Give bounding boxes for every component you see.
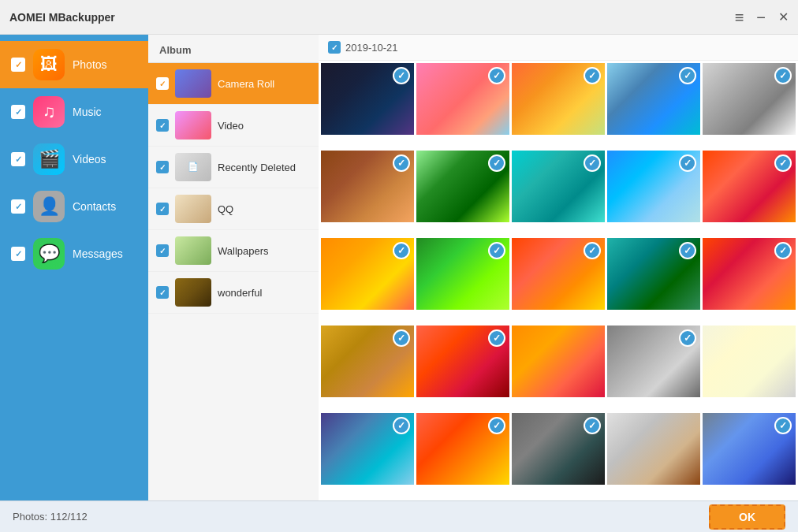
album-wallpapers[interactable]: Wallpapers — [148, 230, 319, 272]
photos-check — [11, 58, 25, 72]
photo-cell-p3[interactable] — [512, 63, 605, 135]
photo-check-p12 — [488, 242, 505, 259]
photo-cell-p1[interactable] — [321, 63, 414, 135]
music-icon: ♫ — [43, 102, 56, 122]
camera-roll-name: Camera Roll — [218, 78, 311, 90]
photo-cell-p12[interactable] — [416, 238, 509, 310]
videos-icon: 🎬 — [39, 149, 60, 169]
photo-grid-panel: 2019-10-21 — [319, 35, 798, 500]
camera-roll-check — [156, 77, 169, 90]
album-video[interactable]: Video — [148, 105, 319, 147]
minimize-icon[interactable]: − — [756, 9, 766, 25]
album-qq[interactable]: QQ — [148, 188, 319, 230]
photo-cell-p16[interactable] — [321, 326, 414, 397]
album-header: Album — [148, 35, 319, 63]
photo-cell-p9[interactable] — [607, 151, 700, 222]
camera-roll-thumb — [175, 69, 211, 98]
qq-name: QQ — [218, 203, 311, 215]
photo-cell-p15[interactable] — [703, 238, 796, 310]
ok-button[interactable]: OK — [709, 504, 785, 530]
photo-cell-p24[interactable] — [607, 413, 700, 485]
music-check — [11, 105, 25, 119]
messages-icon-wrap: 💬 — [33, 238, 65, 270]
photo-bg-p20 — [703, 326, 796, 397]
date-label: 2019-10-21 — [345, 42, 398, 54]
music-icon-wrap: ♫ — [33, 96, 65, 128]
photo-grid — [319, 61, 798, 500]
photo-bg-p18 — [512, 326, 605, 397]
qq-check — [156, 203, 169, 215]
photo-cell-p10[interactable] — [703, 151, 796, 222]
photo-check-p16 — [393, 329, 410, 347]
sidebar-item-photos[interactable]: 🖼 Photos — [0, 41, 148, 88]
photo-check-p11 — [393, 242, 410, 259]
album-camera-roll[interactable]: Camera Roll — [148, 63, 319, 105]
app-title: AOMEI MBackupper — [9, 11, 115, 24]
photos-icon: 🖼 — [40, 54, 58, 75]
photo-cell-p4[interactable] — [607, 63, 700, 135]
photo-bg-p24 — [607, 413, 700, 485]
photo-cell-p2[interactable] — [416, 63, 509, 135]
photo-cell-p5[interactable] — [703, 63, 796, 135]
contacts-icon-wrap: 👤 — [33, 191, 65, 222]
photo-check-p3 — [584, 67, 601, 84]
wallpapers-check — [156, 244, 169, 257]
photos-count: Photos: 112/112 — [13, 511, 88, 523]
photo-cell-p7[interactable] — [416, 151, 509, 222]
photo-cell-p21[interactable] — [321, 413, 414, 485]
date-check-group: 2019-10-21 — [328, 41, 398, 54]
photo-check-p9 — [679, 154, 696, 172]
photo-grid-header: 2019-10-21 — [319, 35, 798, 61]
photo-check-p19 — [679, 329, 696, 347]
close-icon[interactable]: ✕ — [778, 11, 789, 24]
videos-label: Videos — [73, 153, 106, 166]
video-name: Video — [218, 120, 311, 132]
album-wonderful[interactable]: wonderful — [148, 272, 319, 314]
video-thumb — [175, 111, 211, 140]
photo-cell-p13[interactable] — [512, 238, 605, 310]
music-label: Music — [73, 106, 102, 118]
title-bar-controls: ≡ − ✕ — [735, 9, 789, 25]
photo-cell-p8[interactable] — [512, 151, 605, 222]
sidebar-item-music[interactable]: ♫ Music — [0, 88, 148, 136]
contacts-label: Contacts — [73, 200, 116, 213]
recently-deleted-name: Recently Deleted — [218, 162, 311, 173]
qq-thumb — [175, 195, 211, 223]
messages-label: Messages — [73, 247, 123, 260]
photo-cell-p23[interactable] — [512, 413, 605, 485]
photo-check-p22 — [488, 417, 505, 434]
wonderful-check — [156, 286, 169, 299]
list-icon[interactable]: ≡ — [735, 9, 744, 25]
middle-panel: Album Camera Roll Video 📄 Recently Delet… — [148, 35, 319, 500]
contacts-icon: 👤 — [39, 196, 60, 217]
album-recently-deleted[interactable]: 📄 Recently Deleted — [148, 147, 319, 188]
photo-cell-p17[interactable] — [416, 326, 509, 397]
photo-cell-p6[interactable] — [321, 151, 414, 222]
photo-cell-p22[interactable] — [416, 413, 509, 485]
photo-check-p21 — [393, 417, 410, 434]
sidebar-item-contacts[interactable]: 👤 Contacts — [0, 183, 148, 230]
messages-check — [11, 247, 25, 261]
photo-check-p14 — [679, 242, 696, 259]
messages-icon: 💬 — [39, 244, 60, 264]
photo-check-p1 — [393, 67, 410, 84]
photo-cell-p19[interactable] — [607, 326, 700, 397]
photo-cell-p14[interactable] — [607, 238, 700, 310]
photo-check-p8 — [584, 154, 601, 172]
wonderful-thumb — [175, 278, 211, 307]
photo-check-p23 — [584, 417, 601, 434]
left-sidebar: 🖼 Photos ♫ Music 🎬 Videos 👤 Contac — [0, 35, 148, 500]
date-check-box[interactable] — [328, 41, 341, 54]
photo-cell-p11[interactable] — [321, 238, 414, 310]
videos-check — [11, 152, 25, 166]
photo-cell-p20[interactable] — [703, 326, 796, 397]
photo-check-p5 — [774, 67, 792, 84]
sidebar-item-messages[interactable]: 💬 Messages — [0, 230, 148, 277]
wallpapers-name: Wallpapers — [218, 245, 311, 257]
photo-cell-p18[interactable] — [512, 326, 605, 397]
sidebar-item-videos[interactable]: 🎬 Videos — [0, 136, 148, 183]
photo-check-p13 — [584, 242, 601, 259]
title-bar-left: AOMEI MBackupper — [9, 11, 115, 24]
photo-cell-p25[interactable] — [703, 413, 796, 485]
title-bar: AOMEI MBackupper ≡ − ✕ — [0, 0, 798, 35]
